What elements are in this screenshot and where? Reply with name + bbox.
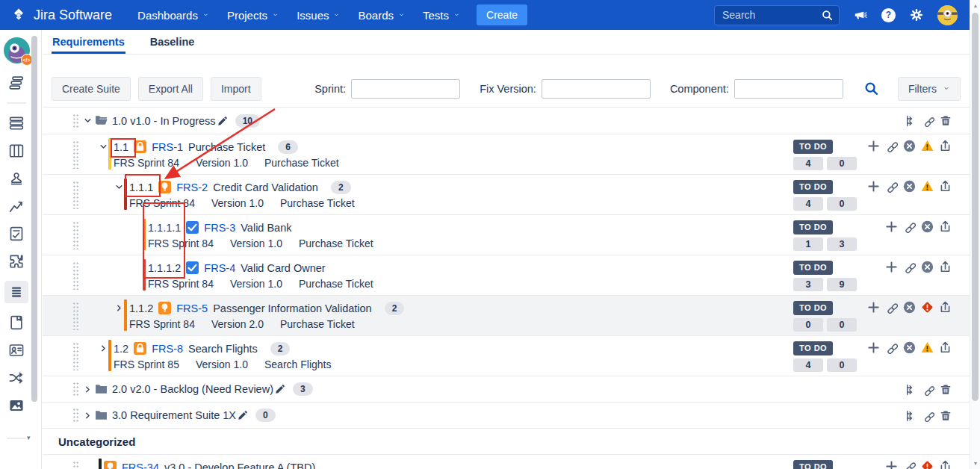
sidebar-scrollbar-thumb[interactable] [31, 36, 37, 402]
collapse-caret-icon[interactable]: ▾ [27, 434, 31, 441]
import-button[interactable]: Import [211, 77, 261, 101]
add-icon[interactable] [885, 460, 898, 469]
chevron-down-icon[interactable] [114, 183, 124, 191]
remove-x-circle-icon[interactable] [921, 220, 934, 233]
link-icon[interactable] [903, 220, 916, 233]
warning-triangle-icon[interactable] [921, 140, 934, 152]
status-badge[interactable]: TO DO [793, 140, 833, 154]
reports-chart-icon[interactable] [8, 198, 25, 214]
status-badge[interactable]: TO DO [793, 341, 833, 355]
link-icon[interactable] [922, 115, 934, 127]
issue-key-link[interactable]: FRS-4 [204, 262, 235, 274]
media-image-icon[interactable] [8, 397, 25, 414]
chevron-down-icon[interactable] [98, 143, 108, 151]
drag-handle[interactable] [72, 408, 79, 423]
board-icon[interactable] [8, 143, 25, 159]
add-icon[interactable] [885, 261, 898, 273]
move-hierarchy-icon[interactable] [905, 115, 917, 127]
issue-key-link[interactable]: FRS-5 [176, 302, 208, 314]
chevron-right-icon[interactable] [82, 385, 93, 394]
requirement-row[interactable]: FRS-34 v3.0 - Develop Feature A (TBD) TO… [43, 455, 970, 469]
suite-row[interactable]: 1.0 v1.0 - In Progress 10 [43, 108, 970, 134]
export-icon[interactable] [939, 460, 952, 469]
profile-card-icon[interactable] [8, 342, 25, 358]
suite-row[interactable]: 2.0 v2.0 - Backlog (Need Review) 3 [43, 376, 970, 403]
status-badge[interactable]: TO DO [793, 301, 833, 315]
warning-triangle-icon[interactable] [921, 341, 934, 354]
link-icon[interactable] [885, 301, 898, 314]
create-button[interactable]: Create [477, 4, 527, 25]
chevron-right-icon[interactable] [114, 304, 124, 312]
issue-key-link[interactable]: FRS-2 [176, 181, 208, 193]
sprint-input[interactable] [351, 79, 460, 99]
scroll-down-arrow[interactable]: ▼ [970, 458, 980, 469]
link-icon[interactable] [922, 384, 934, 396]
nav-item-projects[interactable]: Projects [218, 0, 288, 30]
remove-x-circle-icon[interactable] [921, 261, 934, 273]
link-icon[interactable] [885, 140, 898, 152]
error-diamond-icon[interactable] [921, 301, 934, 314]
status-badge[interactable]: TO DO [793, 180, 833, 194]
search-icon[interactable] [822, 10, 833, 21]
scrollbar-thumb[interactable] [972, 13, 979, 401]
scroll-up-arrow[interactable]: ▲ [970, 0, 980, 11]
suite-row[interactable]: 3.0 Requirement Suite 1X 0 [43, 403, 970, 429]
project-avatar[interactable]: </> [4, 37, 30, 63]
gear-icon[interactable] [910, 8, 923, 22]
move-hierarchy-icon[interactable] [905, 410, 917, 422]
chevron-down-icon[interactable] [82, 117, 93, 125]
trash-icon[interactable] [940, 410, 952, 422]
requirement-row[interactable]: 1.1.1.1 FRS-3 Valid Bank FRS Sprint 84 V… [43, 215, 970, 255]
drag-handle[interactable] [72, 382, 79, 397]
chevron-right-icon[interactable] [82, 411, 93, 420]
drag-handle[interactable] [72, 114, 79, 128]
queues-icon[interactable] [8, 75, 25, 91]
test-checklist-icon[interactable] [8, 226, 25, 242]
add-icon[interactable] [867, 341, 880, 354]
export-icon[interactable] [939, 220, 952, 233]
export-icon[interactable] [939, 341, 952, 354]
remove-x-circle-icon[interactable] [903, 301, 916, 314]
remove-x-circle-icon[interactable] [903, 140, 916, 152]
link-icon[interactable] [903, 460, 916, 469]
link-icon[interactable] [885, 180, 898, 193]
sidebar-item-requirements-selected[interactable] [4, 281, 28, 303]
fix-version-input[interactable] [542, 79, 651, 99]
trash-icon[interactable] [940, 115, 952, 127]
status-badge[interactable]: TO DO [793, 261, 833, 275]
edit-pencil-icon[interactable] [238, 410, 248, 420]
help-icon[interactable]: ? [881, 8, 896, 22]
filter-search-icon[interactable] [864, 81, 878, 96]
add-icon[interactable] [867, 301, 880, 314]
export-icon[interactable] [939, 140, 952, 152]
add-icon[interactable] [867, 140, 880, 152]
drag-handle[interactable] [72, 461, 79, 469]
backlog-icon[interactable] [8, 115, 25, 131]
requirement-row[interactable]: 1.1.1 FRS-2 Credit Card Validation 2 FRS… [43, 175, 970, 215]
remove-x-circle-icon[interactable] [903, 180, 916, 193]
status-badge[interactable]: TO DO [793, 220, 833, 234]
edit-pencil-icon[interactable] [275, 384, 285, 394]
filters-button[interactable]: Filters [898, 77, 961, 101]
drag-handle[interactable] [72, 261, 79, 290]
issue-key-link[interactable]: FRS-1 [152, 141, 183, 153]
requirement-row-highlighted[interactable]: 1.1.2 FRS-5 Passenger Information Valida… [43, 296, 970, 336]
requirement-row[interactable]: 1.2 FRS-8 Search Flights 2 FRS Sprint 85… [43, 336, 970, 376]
drag-handle[interactable] [72, 181, 79, 209]
create-suite-button[interactable]: Create Suite [52, 77, 131, 101]
drag-handle[interactable] [72, 221, 79, 249]
error-diamond-icon[interactable] [921, 460, 934, 469]
trash-icon[interactable] [940, 384, 952, 396]
edit-pencil-icon[interactable] [217, 116, 228, 126]
warning-triangle-icon[interactable] [921, 180, 934, 193]
status-badge[interactable]: TO DO [793, 460, 833, 469]
export-icon[interactable] [939, 301, 952, 314]
requirement-row[interactable]: 1.1.1.2 FRS-4 Valid Card Owner FRS Sprin… [43, 255, 970, 296]
drag-handle[interactable] [72, 342, 79, 370]
move-hierarchy-icon[interactable] [905, 384, 917, 396]
tab-requirements[interactable]: Requirements [52, 31, 125, 54]
page-scrollbar[interactable]: ▲ ▼ [970, 0, 980, 469]
nav-item-dashboards[interactable]: Dashboards [128, 0, 218, 30]
nav-item-boards[interactable]: Boards [349, 0, 414, 30]
add-ons-puzzle-icon[interactable] [8, 253, 25, 270]
